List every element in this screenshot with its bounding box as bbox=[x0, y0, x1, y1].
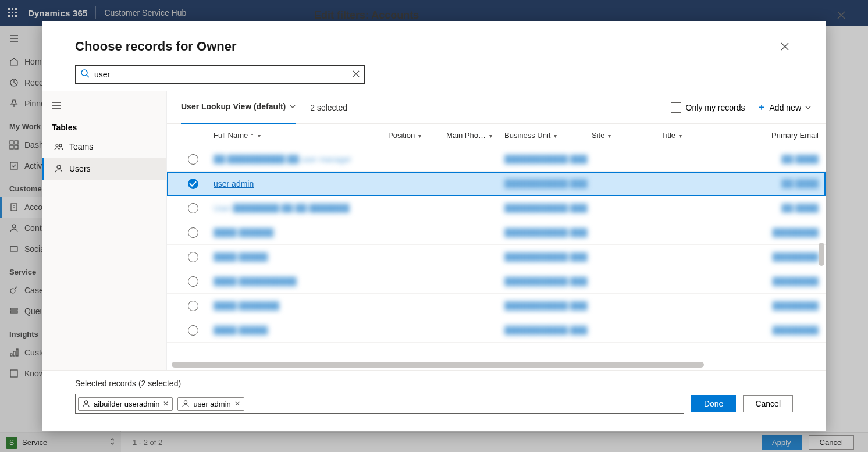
row-select[interactable] bbox=[173, 227, 214, 238]
clear-icon[interactable] bbox=[353, 69, 360, 80]
chip-label: aibuilder useradmin bbox=[94, 400, 159, 408]
cell-fullname[interactable]: ████ ██████ bbox=[214, 228, 388, 237]
selected-chips-input[interactable]: aibuilder useradmin✕user admin✕ bbox=[75, 394, 684, 414]
svg-point-44 bbox=[57, 165, 61, 169]
radio-icon bbox=[188, 179, 198, 189]
cell-fullname[interactable]: ██ ██████████ ██ user manager bbox=[214, 155, 388, 164]
cell-bu: ███████████ ███ bbox=[504, 155, 592, 164]
chevron-down-icon bbox=[488, 131, 492, 140]
radio-icon bbox=[188, 154, 198, 165]
chip-label: user admin bbox=[193, 400, 230, 408]
view-selector[interactable]: User Lookup View (default) bbox=[181, 91, 296, 124]
radio-icon bbox=[188, 325, 198, 336]
plus-icon: ＋ bbox=[757, 101, 766, 113]
row-select[interactable] bbox=[173, 252, 214, 262]
cell-email: ██ ████ bbox=[720, 204, 819, 213]
cell-bu: ███████████ ███ bbox=[504, 179, 592, 188]
cell-fullname[interactable]: ████ ███████ bbox=[214, 301, 388, 311]
close-icon[interactable] bbox=[777, 38, 793, 55]
cell-fullname[interactable]: ████ █████ bbox=[214, 326, 388, 335]
cell-fullname[interactable]: User ████████ ██ ██ ███████ bbox=[214, 204, 388, 213]
column-header-title[interactable]: Title bbox=[661, 131, 720, 140]
row-select[interactable] bbox=[173, 203, 214, 213]
cell-fullname[interactable]: ████ █████ bbox=[214, 252, 388, 262]
add-new-label: Add new bbox=[770, 103, 801, 112]
add-new-button[interactable]: ＋ Add new bbox=[757, 101, 812, 113]
cancel-button[interactable]: Cancel bbox=[743, 395, 793, 412]
selected-chip[interactable]: user admin✕ bbox=[177, 397, 244, 411]
radio-icon bbox=[188, 203, 198, 213]
table-row[interactable]: user admin███████████ █████ ████ bbox=[167, 172, 826, 196]
cell-bu: ███████████ ███ bbox=[504, 326, 592, 335]
view-toolbar: User Lookup View (default) 2 selected On… bbox=[167, 91, 826, 124]
column-header-fullname[interactable]: Full Name ↑ bbox=[214, 131, 388, 140]
row-select[interactable] bbox=[173, 325, 214, 336]
row-select[interactable] bbox=[173, 301, 214, 311]
cell-bu: ███████████ ███ bbox=[504, 252, 592, 262]
radio-icon bbox=[188, 276, 198, 287]
cell-bu: ███████████ ███ bbox=[504, 204, 592, 213]
hamburger-icon[interactable] bbox=[42, 96, 166, 117]
person-icon bbox=[82, 400, 90, 408]
table-row[interactable]: ████ ████████████████ ███████████ bbox=[167, 245, 826, 269]
table-row[interactable]: ██ ██████████ ██ user manager███████████… bbox=[167, 147, 826, 172]
svg-point-42 bbox=[56, 144, 58, 147]
modal-footer: Selected records (2 selected) aibuilder … bbox=[42, 370, 826, 431]
svg-point-46 bbox=[184, 401, 187, 404]
checkbox-icon bbox=[671, 102, 681, 113]
search-icon bbox=[80, 69, 90, 80]
vertical-scrollbar[interactable] bbox=[819, 243, 824, 266]
selected-records-label: Selected records (2 selected) bbox=[75, 379, 793, 388]
column-header-phone[interactable]: Main Pho… bbox=[446, 131, 504, 140]
cell-fullname[interactable]: user admin bbox=[214, 179, 388, 188]
table-item-label: Users bbox=[69, 164, 91, 173]
selected-count-label: 2 selected bbox=[310, 103, 347, 112]
table-row[interactable]: ████ █████████████████ ███████████ bbox=[167, 220, 826, 245]
svg-point-43 bbox=[59, 144, 62, 147]
chevron-down-icon bbox=[607, 131, 611, 140]
row-select[interactable] bbox=[173, 154, 214, 165]
lookup-modal: Choose records for Owner Tables Teams Us… bbox=[42, 21, 826, 431]
grid-body[interactable]: ██ ██████████ ██ user manager███████████… bbox=[167, 147, 826, 362]
remove-chip-icon[interactable]: ✕ bbox=[234, 400, 240, 408]
selected-chip[interactable]: aibuilder useradmin✕ bbox=[78, 397, 173, 411]
cell-bu: ███████████ ███ bbox=[504, 228, 592, 237]
only-my-records-checkbox[interactable]: Only my records bbox=[671, 102, 745, 113]
chevron-down-icon bbox=[289, 103, 296, 110]
table-item-teams[interactable]: Teams bbox=[42, 136, 166, 158]
radio-icon bbox=[188, 227, 198, 238]
cell-bu: ███████████ ███ bbox=[504, 301, 592, 311]
table-row[interactable]: User ████████ ██ ██ ██████████████████ █… bbox=[167, 196, 826, 220]
chevron-down-icon bbox=[805, 104, 812, 111]
chevron-down-icon bbox=[678, 131, 682, 140]
cell-email: ████████ bbox=[720, 326, 819, 335]
remove-chip-icon[interactable]: ✕ bbox=[163, 400, 169, 408]
table-row[interactable]: ████ █████████████████████ ███████████ bbox=[167, 269, 826, 294]
search-input-wrapper[interactable] bbox=[75, 65, 365, 84]
search-input[interactable] bbox=[94, 70, 348, 79]
table-row[interactable]: ████ ████████████████ ███████████ bbox=[167, 318, 826, 343]
column-header-site[interactable]: Site bbox=[592, 131, 661, 140]
cell-fullname[interactable]: ████ ██████████ bbox=[214, 277, 388, 286]
chevron-down-icon bbox=[553, 131, 557, 140]
person-icon bbox=[182, 400, 190, 408]
chevron-down-icon bbox=[257, 131, 261, 140]
row-select[interactable] bbox=[173, 276, 214, 287]
column-header-bu[interactable]: Business Unit bbox=[504, 131, 592, 140]
cell-bu: ███████████ ███ bbox=[504, 277, 592, 286]
column-header-email[interactable]: Primary Email bbox=[720, 131, 819, 140]
modal-right-pane: User Lookup View (default) 2 selected On… bbox=[167, 91, 826, 370]
cell-email: ████████ bbox=[720, 252, 819, 262]
chevron-down-icon bbox=[417, 131, 421, 140]
svg-point-45 bbox=[84, 401, 87, 404]
table-item-users[interactable]: Users bbox=[42, 158, 166, 180]
cell-email: ████████ bbox=[720, 301, 819, 311]
row-select[interactable] bbox=[173, 179, 214, 189]
tables-section-label: Tables bbox=[42, 117, 166, 136]
modal-left-pane: Tables Teams Users bbox=[42, 91, 167, 370]
horizontal-scrollbar[interactable] bbox=[167, 362, 826, 370]
table-row[interactable]: ████ ██████████████████ ███████████ bbox=[167, 294, 826, 318]
modal-header: Choose records for Owner bbox=[42, 21, 826, 65]
done-button[interactable]: Done bbox=[691, 395, 736, 412]
column-header-position[interactable]: Position bbox=[388, 131, 446, 140]
